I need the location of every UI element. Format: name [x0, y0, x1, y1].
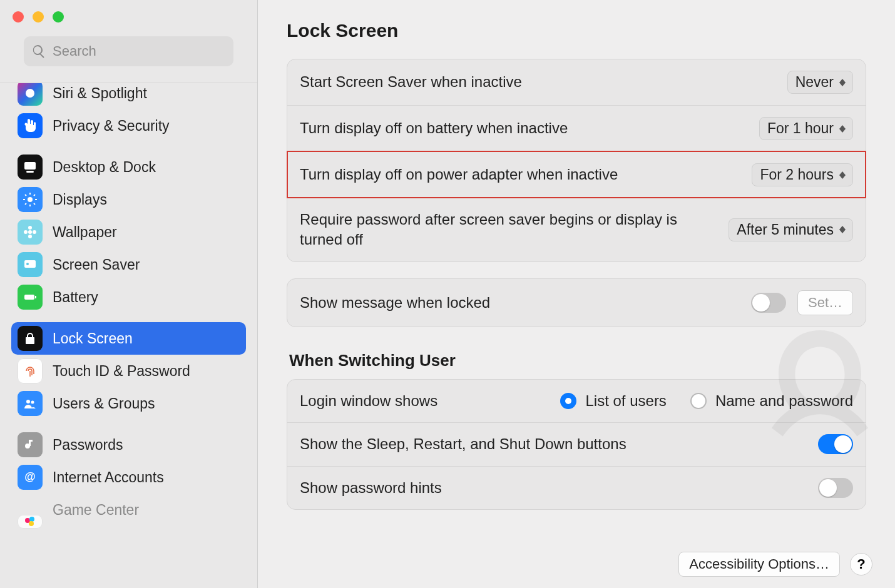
svg-point-14	[28, 235, 32, 238]
svg-point-18	[26, 263, 29, 265]
sidebar-item-label: Privacy & Security	[53, 118, 170, 134]
popup-screen-saver-inactive[interactable]: Never	[787, 71, 853, 94]
sidebar-item-displays[interactable]: Displays	[11, 183, 246, 216]
fullscreen-window-button[interactable]	[53, 11, 64, 23]
sidebar-nav: Siri & Spotlight Privacy & Security Desk…	[0, 83, 257, 588]
svg-rect-25	[31, 440, 33, 442]
settings-card: Start Screen Saver when inactive Never T…	[287, 59, 866, 262]
popup-value: After 5 minutes	[737, 221, 834, 238]
at-icon: @	[18, 465, 43, 490]
popup-value: For 2 hours	[760, 166, 834, 183]
stepper-icon	[837, 226, 847, 233]
sidebar-item-privacy-security[interactable]: Privacy & Security	[11, 109, 246, 142]
titlebar	[0, 0, 257, 78]
radio-list-of-users[interactable]	[560, 393, 576, 409]
radio-name-and-password[interactable]	[690, 393, 707, 409]
svg-line-8	[25, 195, 26, 196]
message-card: Show message when locked Set…	[287, 278, 866, 327]
sidebar-item-users-groups[interactable]: Users & Groups	[11, 387, 246, 420]
fingerprint-icon	[18, 358, 43, 383]
help-button[interactable]: ?	[850, 553, 872, 575]
toggle-sleep-restart-shutdown[interactable]	[818, 434, 853, 454]
row-label: Login window shows	[300, 391, 437, 411]
sidebar-item-siri-spotlight[interactable]: Siri & Spotlight	[11, 83, 246, 109]
sidebar-item-label: Touch ID & Password	[53, 363, 190, 380]
key-icon	[18, 432, 43, 457]
row-require-password: Require password after screen saver begi…	[287, 198, 866, 261]
battery-icon	[18, 285, 43, 310]
sidebar-item-label: Siri & Spotlight	[53, 85, 147, 102]
svg-rect-1	[24, 162, 36, 170]
stepper-icon	[837, 79, 847, 86]
toggle-password-hints[interactable]	[818, 478, 853, 498]
svg-line-10	[25, 203, 26, 205]
svg-point-15	[24, 230, 28, 234]
screensaver-icon	[18, 252, 43, 277]
row-display-off-battery: Turn display off on battery when inactiv…	[287, 105, 866, 151]
window-controls	[13, 11, 245, 23]
sidebar-item-desktop-dock[interactable]: Desktop & Dock	[11, 151, 246, 183]
switching-card: Login window shows List of users Name an…	[287, 379, 866, 510]
sidebar-item-passwords[interactable]: Passwords	[11, 428, 246, 461]
radio-label: Name and password	[715, 392, 853, 410]
row-login-window-shows: Login window shows List of users Name an…	[287, 380, 866, 422]
stepper-icon	[837, 171, 847, 179]
row-label: Turn display off on battery when inactiv…	[300, 118, 568, 138]
search-icon	[31, 44, 46, 59]
popup-display-off-power-adapter[interactable]: For 2 hours	[752, 163, 853, 186]
svg-line-9	[34, 203, 35, 205]
row-label: Start Screen Saver when inactive	[300, 72, 522, 92]
svg-text:@: @	[24, 470, 36, 483]
sidebar-item-internet-accounts[interactable]: @ Internet Accounts	[11, 461, 246, 494]
svg-point-3	[28, 197, 33, 202]
sidebar-item-game-center[interactable]: Game Center	[11, 494, 246, 526]
sidebar-item-label: Desktop & Dock	[53, 159, 156, 176]
sidebar-item-label: Game Center	[53, 502, 139, 519]
svg-point-16	[33, 230, 36, 234]
row-display-off-power-adapter: Turn display off on power adapter when i…	[287, 151, 866, 198]
sidebar-item-label: Battery	[53, 289, 98, 306]
row-show-sleep-restart-shutdown: Show the Sleep, Restart, and Shut Down b…	[287, 422, 866, 465]
svg-point-0	[26, 89, 34, 98]
search-input[interactable]	[24, 36, 233, 66]
popup-value: Never	[795, 74, 834, 91]
sidebar-item-label: Screen Saver	[53, 256, 140, 273]
toggle-show-message[interactable]	[751, 293, 786, 313]
gamecenter-icon	[18, 515, 43, 529]
minimize-window-button[interactable]	[33, 11, 44, 23]
sidebar-item-screen-saver[interactable]: Screen Saver	[11, 248, 246, 281]
sidebar-item-label: Wallpaper	[53, 224, 117, 241]
svg-rect-19	[24, 295, 34, 300]
svg-line-11	[34, 195, 35, 196]
popup-value: For 1 hour	[767, 120, 834, 137]
sidebar-item-wallpaper[interactable]: Wallpaper	[11, 216, 246, 248]
row-screen-saver-inactive: Start Screen Saver when inactive Never	[287, 59, 866, 105]
sidebar-item-touch-id-password[interactable]: Touch ID & Password	[11, 355, 246, 387]
sidebar-item-lock-screen[interactable]: Lock Screen	[11, 322, 246, 355]
svg-rect-2	[26, 171, 34, 173]
popup-display-off-battery[interactable]: For 1 hour	[759, 117, 853, 140]
accessibility-options-button[interactable]: Accessibility Options…	[678, 552, 840, 577]
hand-icon	[18, 113, 43, 138]
dock-icon	[18, 155, 43, 180]
close-window-button[interactable]	[13, 11, 24, 23]
svg-point-28	[29, 517, 34, 522]
row-label: Show the Sleep, Restart, and Shut Down b…	[300, 434, 626, 454]
row-label: Show password hints	[300, 478, 442, 498]
flower-icon	[18, 220, 43, 245]
svg-point-13	[28, 226, 32, 230]
sidebar-item-label: Passwords	[53, 437, 123, 454]
sidebar-item-battery[interactable]: Battery	[11, 281, 246, 313]
svg-rect-20	[35, 296, 36, 298]
set-message-button[interactable]: Set…	[797, 290, 853, 315]
login-window-radio-group: List of users Name and password	[560, 392, 853, 410]
svg-point-12	[28, 230, 32, 234]
search-field-wrap	[24, 36, 233, 66]
section-title-when-switching-user: When Switching User	[289, 351, 866, 370]
popup-require-password[interactable]: After 5 minutes	[729, 218, 853, 241]
svg-point-22	[31, 401, 34, 404]
radio-label: List of users	[585, 392, 666, 410]
footer: Accessibility Options… ?	[678, 552, 872, 577]
row-label: Show message when locked	[300, 293, 490, 313]
svg-rect-17	[24, 260, 36, 268]
